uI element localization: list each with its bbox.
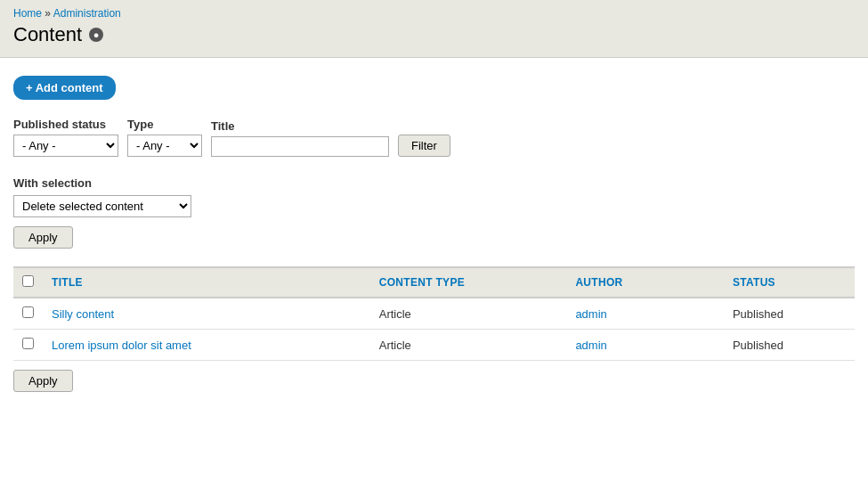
row2-checkbox[interactable]	[22, 338, 34, 349]
filter-section: Published status - Any - Published Unpub…	[13, 118, 855, 157]
table-body: Silly content Article admin Published Lo…	[13, 298, 855, 361]
row2-status: Published	[733, 339, 783, 352]
apply-button-bottom[interactable]: Apply	[13, 370, 73, 392]
bottom-apply-section: Apply	[13, 370, 855, 392]
title-filter-label: Title	[211, 119, 389, 133]
row1-type: Article	[379, 307, 411, 321]
with-selection-label: With selection	[13, 176, 855, 190]
row1-title-link[interactable]: Silly content	[52, 307, 114, 321]
row1-type-cell: Article	[370, 298, 567, 330]
row1-status: Published	[733, 307, 783, 321]
row2-title-cell: Lorem ipsum dolor sit amet	[43, 330, 370, 361]
header-content-type[interactable]: Content Type	[370, 267, 567, 298]
breadcrumb-sep: »	[45, 7, 51, 20]
row2-checkbox-cell	[13, 330, 43, 361]
content-table: Title Content Type Author Status Silly c…	[13, 266, 855, 361]
row1-checkbox-cell	[13, 298, 43, 330]
selection-row: Delete selected content	[13, 195, 855, 217]
published-status-label: Published status	[13, 118, 118, 131]
page-title-text: Content	[13, 23, 82, 46]
published-status-select[interactable]: - Any - Published Unpublished	[13, 135, 118, 157]
filter-row: Published status - Any - Published Unpub…	[13, 118, 855, 157]
row2-status-cell: Published	[724, 330, 855, 361]
header-title[interactable]: Title	[43, 267, 370, 298]
row1-author-cell: admin	[566, 298, 724, 330]
type-label: Type	[127, 118, 202, 131]
title-filter-input[interactable]	[211, 136, 389, 157]
table-header: Title Content Type Author Status	[13, 267, 855, 298]
type-select[interactable]: - Any - Article Page	[127, 135, 202, 157]
bulk-action-select[interactable]: Delete selected content	[13, 195, 191, 217]
header-author[interactable]: Author	[566, 267, 724, 298]
header-checkbox-col	[13, 267, 43, 298]
row2-type: Article	[379, 339, 411, 352]
filter-button[interactable]: Filter	[398, 135, 450, 157]
header-area: Home » Administration Content ●	[0, 0, 868, 58]
main-content: + Add content Published status - Any - P…	[0, 58, 868, 410]
row1-status-cell: Published	[724, 298, 855, 330]
breadcrumb-home-link[interactable]: Home	[13, 7, 42, 20]
row1-title-cell: Silly content	[43, 298, 370, 330]
row2-type-cell: Article	[370, 330, 567, 361]
with-selection-section: With selection Delete selected content A…	[13, 176, 855, 249]
breadcrumb-admin-link[interactable]: Administration	[53, 7, 121, 20]
row1-author-link[interactable]: admin	[575, 307, 606, 321]
page-title: Content ●	[13, 23, 855, 46]
add-content-button[interactable]: + Add content	[13, 76, 116, 100]
row2-title-link[interactable]: Lorem ipsum dolor sit amet	[52, 339, 191, 352]
row2-author-link[interactable]: admin	[575, 339, 606, 352]
breadcrumb: Home » Administration	[13, 7, 855, 20]
help-icon[interactable]: ●	[89, 28, 103, 42]
row2-author-cell: admin	[566, 330, 724, 361]
table-header-row: Title Content Type Author Status	[13, 267, 855, 298]
published-status-filter-group: Published status - Any - Published Unpub…	[13, 118, 118, 157]
type-filter-group: Type - Any - Article Page	[127, 118, 202, 157]
table-row: Silly content Article admin Published	[13, 298, 855, 330]
select-all-checkbox[interactable]	[22, 275, 34, 287]
title-filter-group: Title	[211, 119, 389, 157]
row1-checkbox[interactable]	[22, 306, 34, 318]
apply-button-top[interactable]: Apply	[13, 226, 73, 249]
header-status[interactable]: Status	[724, 267, 855, 298]
table-row: Lorem ipsum dolor sit amet Article admin…	[13, 330, 855, 361]
